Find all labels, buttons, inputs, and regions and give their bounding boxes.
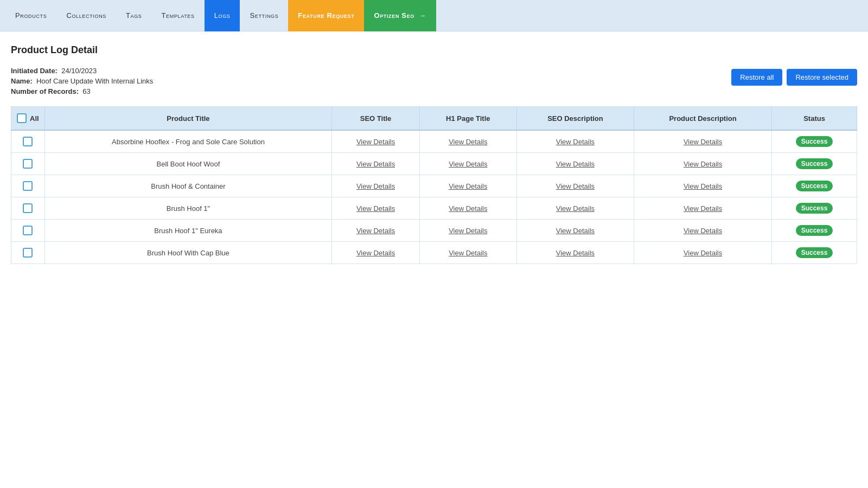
records-value: 63: [82, 87, 90, 95]
seo-desc-link-2[interactable]: View Details: [556, 182, 595, 190]
col-header-status: Status: [772, 107, 857, 131]
col-header-seo-description: SEO Description: [516, 107, 634, 131]
product-table: All Product Title SEO Title H1 Page Titl…: [11, 106, 857, 264]
col-header-checkbox: All: [11, 107, 45, 131]
nav-item-optizen-seo[interactable]: Optizen Seo →: [364, 0, 436, 31]
nav-item-templates[interactable]: Templates: [152, 0, 205, 31]
seo-title-link-2[interactable]: View Details: [356, 182, 395, 190]
main-content: Product Log Detail Initiated Date: 24/10…: [0, 31, 868, 277]
col-header-product-title: Product Title: [44, 107, 332, 131]
product-title-cell: Brush Hoof With Cap Blue: [44, 242, 332, 264]
records-label: Number of Records:: [11, 87, 79, 95]
initiated-date-row: Initiated Date: 24/10/2023: [11, 67, 153, 75]
nav-item-collections[interactable]: Collections: [56, 0, 116, 31]
h1-title-link-5[interactable]: View Details: [449, 249, 487, 257]
status-badge-4: Success: [796, 225, 833, 236]
seo-desc-link-0[interactable]: View Details: [556, 138, 595, 146]
row-checkbox-0[interactable]: [23, 137, 33, 146]
prod-desc-link-3[interactable]: View Details: [684, 204, 722, 213]
row-checkbox-4[interactable]: [23, 226, 33, 235]
prod-desc-link-0[interactable]: View Details: [684, 138, 722, 146]
row-checkbox-5[interactable]: [23, 248, 33, 258]
seo-title-link-4[interactable]: View Details: [356, 227, 395, 235]
all-label: All: [30, 114, 39, 123]
table-row: Brush Hoof With Cap BlueView DetailsView…: [11, 242, 857, 264]
product-title-cell: Bell Boot Hoof Woof: [44, 153, 332, 175]
product-title-cell: Brush Hoof & Container: [44, 175, 332, 197]
product-title-cell: Brush Hoof 1" Eureka: [44, 220, 332, 242]
prod-desc-link-1[interactable]: View Details: [684, 160, 722, 168]
status-badge-3: Success: [796, 203, 833, 214]
col-header-h1-page-title: H1 Page Title: [419, 107, 516, 131]
product-title-cell: Brush Hoof 1": [44, 197, 332, 220]
seo-desc-link-4[interactable]: View Details: [556, 227, 595, 235]
status-badge-2: Success: [796, 181, 833, 191]
top-info-row: Initiated Date: 24/10/2023 Name: Hoof Ca…: [11, 67, 857, 98]
seo-title-link-3[interactable]: View Details: [356, 204, 395, 213]
nav-bar: Products Collections Tags Templates Logs…: [0, 0, 868, 31]
nav-item-logs[interactable]: Logs: [205, 0, 240, 31]
buttons-block: Restore all Restore selected: [731, 67, 857, 86]
page-title: Product Log Detail: [11, 44, 857, 56]
meta-block: Initiated Date: 24/10/2023 Name: Hoof Ca…: [11, 67, 153, 98]
seo-desc-link-5[interactable]: View Details: [556, 249, 595, 257]
table-row: Absorbine Hooflex - Frog and Sole Care S…: [11, 130, 857, 153]
table-row: Brush Hoof 1" EurekaView DetailsView Det…: [11, 220, 857, 242]
all-checkbox-wrap: All: [17, 113, 39, 123]
records-row: Number of Records: 63: [11, 87, 153, 95]
seo-title-link-1[interactable]: View Details: [356, 160, 395, 168]
h1-title-link-2[interactable]: View Details: [449, 182, 487, 190]
table-header-row: All Product Title SEO Title H1 Page Titl…: [11, 107, 857, 131]
seo-title-link-0[interactable]: View Details: [356, 138, 395, 146]
table-row: Bell Boot Hoof WoofView DetailsView Deta…: [11, 153, 857, 175]
status-badge-1: Success: [796, 158, 833, 169]
h1-title-link-0[interactable]: View Details: [449, 138, 487, 146]
arrow-icon: →: [419, 11, 426, 20]
nav-item-products[interactable]: Products: [5, 0, 56, 31]
seo-desc-link-3[interactable]: View Details: [556, 204, 595, 213]
name-value: Hoof Care Update With Internal Links: [36, 77, 153, 85]
nav-item-feature-request[interactable]: Feature Request: [288, 0, 364, 31]
seo-desc-link-1[interactable]: View Details: [556, 160, 595, 168]
name-label: Name:: [11, 77, 33, 85]
restore-selected-button[interactable]: Restore selected: [787, 69, 857, 86]
name-row: Name: Hoof Care Update With Internal Lin…: [11, 77, 153, 85]
h1-title-link-1[interactable]: View Details: [449, 160, 487, 168]
initiated-date-value: 24/10/2023: [61, 67, 97, 75]
nav-item-tags[interactable]: Tags: [116, 0, 152, 31]
prod-desc-link-5[interactable]: View Details: [684, 249, 722, 257]
status-badge-0: Success: [796, 136, 833, 147]
row-checkbox-2[interactable]: [23, 181, 33, 191]
row-checkbox-3[interactable]: [23, 203, 33, 213]
h1-title-link-4[interactable]: View Details: [449, 227, 487, 235]
status-badge-5: Success: [796, 247, 833, 258]
row-checkbox-1[interactable]: [23, 159, 33, 169]
product-title-cell: Absorbine Hooflex - Frog and Sole Care S…: [44, 130, 332, 153]
h1-title-link-3[interactable]: View Details: [449, 204, 487, 213]
table-row: Brush Hoof 1"View DetailsView DetailsVie…: [11, 197, 857, 220]
table-row: Brush Hoof & ContainerView DetailsView D…: [11, 175, 857, 197]
seo-title-link-5[interactable]: View Details: [356, 249, 395, 257]
prod-desc-link-2[interactable]: View Details: [684, 182, 722, 190]
col-header-seo-title: SEO Title: [332, 107, 419, 131]
col-header-product-description: Product Description: [634, 107, 772, 131]
all-checkbox[interactable]: [17, 113, 27, 123]
prod-desc-link-4[interactable]: View Details: [684, 227, 722, 235]
initiated-date-label: Initiated Date:: [11, 67, 58, 75]
nav-item-settings[interactable]: Settings: [240, 0, 288, 31]
restore-all-button[interactable]: Restore all: [731, 69, 782, 86]
